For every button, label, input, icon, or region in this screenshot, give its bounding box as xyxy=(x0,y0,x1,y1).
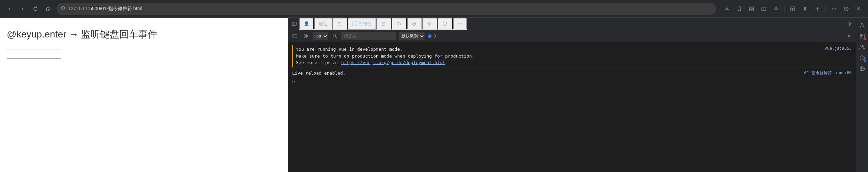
more-menu-button[interactable] xyxy=(828,3,839,14)
devtools-side-icons xyxy=(856,18,868,172)
side-icon-globe[interactable] xyxy=(857,64,867,74)
close-button[interactable] xyxy=(853,3,864,14)
log-entry-live-reload: Live reload enabled. 01-指令修饰符.html:60 xyxy=(292,69,852,78)
devtools-tabs: 👤 欢迎 控制台 xyxy=(288,18,856,30)
home-button[interactable] xyxy=(43,3,54,14)
toolbar-right: V ? xyxy=(722,3,864,14)
svg-rect-3 xyxy=(749,7,751,9)
svg-point-17 xyxy=(835,8,836,9)
log-source-1[interactable]: vue.js:9353 xyxy=(825,46,852,51)
tab-settings[interactable] xyxy=(422,18,438,30)
svg-line-39 xyxy=(335,37,337,38)
favorites-button[interactable] xyxy=(771,3,782,14)
puzzle-dot xyxy=(864,37,866,40)
log-source-live-reload[interactable]: 01-指令修饰符.html:60 xyxy=(804,70,852,76)
svg-point-2 xyxy=(726,7,728,9)
svg-point-32 xyxy=(849,23,851,25)
side-icon-puzzle[interactable] xyxy=(857,31,867,41)
console-prompt[interactable]: > xyxy=(292,77,852,85)
page-title: @keyup.enter → 监听键盘回车事件 xyxy=(7,28,281,41)
message-badge: ! 3 xyxy=(427,34,436,38)
svg-rect-9 xyxy=(791,7,795,11)
side-icon-clock[interactable] xyxy=(857,53,867,63)
tab-welcome-text[interactable]: 欢迎 xyxy=(314,18,332,30)
console-settings-button[interactable] xyxy=(845,32,853,40)
svg-point-26 xyxy=(398,24,399,25)
forward-button[interactable] xyxy=(17,3,28,14)
svg-rect-24 xyxy=(353,22,357,26)
level-dropdown[interactable]: 默认级别 xyxy=(399,32,425,40)
enter-input[interactable] xyxy=(7,49,61,59)
prompt-chevron: > xyxy=(292,79,295,84)
svg-point-31 xyxy=(461,23,462,24)
context-dropdown[interactable]: top xyxy=(313,32,328,40)
reload-button[interactable] xyxy=(30,3,41,14)
svg-point-28 xyxy=(429,23,430,25)
filter-search-icon[interactable] xyxy=(331,32,339,40)
svg-rect-44 xyxy=(860,34,864,38)
log-text-live-reload: Live reload enabled. xyxy=(292,70,804,77)
log-text-1: You are running Vue in development mode. xyxy=(296,46,822,53)
tab-security[interactable] xyxy=(438,18,453,30)
tab-welcome-label: 👤 xyxy=(304,21,309,26)
back-button[interactable] xyxy=(4,3,15,14)
svg-point-46 xyxy=(862,45,864,47)
svg-point-15 xyxy=(832,8,833,9)
side-icon-person[interactable] xyxy=(857,20,867,30)
devtools-settings-button[interactable] xyxy=(845,19,854,29)
address-text: 127.0.0.1:5500/01-指令修饰符.html xyxy=(68,6,712,12)
extensions-button[interactable] xyxy=(746,3,757,14)
console-toolbar: top 默认级别 ! 3 xyxy=(288,30,856,42)
bookmark-button[interactable] xyxy=(734,3,745,14)
add-tab-button[interactable] xyxy=(812,3,823,14)
devtools-sidebar-toggle[interactable] xyxy=(289,19,299,29)
main-area: @keyup.enter → 监听键盘回车事件 👤 欢迎 xyxy=(0,18,868,172)
svg-point-29 xyxy=(458,23,459,24)
green-button[interactable]: V xyxy=(800,3,810,14)
collections-button[interactable] xyxy=(787,3,798,14)
profile-button[interactable] xyxy=(722,3,732,14)
separator2 xyxy=(825,5,826,12)
url-protocol: 127.0.0.1: xyxy=(68,6,89,11)
side-icon-people[interactable] xyxy=(857,42,867,52)
svg-rect-7 xyxy=(762,7,766,11)
separator xyxy=(784,5,785,12)
svg-point-42 xyxy=(848,35,850,37)
svg-rect-4 xyxy=(752,7,754,9)
nav-buttons xyxy=(4,3,54,14)
svg-point-38 xyxy=(333,34,336,37)
vue-link[interactable]: https://vuejs.org/guide/deployment.html xyxy=(341,60,445,65)
console-content: You are running Vue in development mode.… xyxy=(288,42,856,172)
address-bar[interactable]: i 127.0.0.1:5500/01-指令修饰符.html xyxy=(57,3,716,15)
url-path: 5500/01-指令修饰符.html xyxy=(89,6,142,11)
log-entry-1: You are running Vue in development mode.… xyxy=(292,45,852,67)
help-button[interactable]: ? xyxy=(841,3,852,14)
log-text-3: See more tips at https://vuejs.org/guide… xyxy=(296,59,822,66)
svg-text:!: ! xyxy=(429,35,430,38)
tab-console-label: 控制台 xyxy=(358,21,372,27)
tab-sources[interactable] xyxy=(376,18,392,30)
webpage-viewport: @keyup.enter → 监听键盘回车事件 xyxy=(0,18,288,172)
browser-window: i 127.0.0.1:5500/01-指令修饰符.html xyxy=(0,0,868,172)
svg-point-30 xyxy=(460,23,461,24)
filter-input[interactable] xyxy=(342,32,396,40)
console-sidebar-button[interactable] xyxy=(291,32,299,40)
svg-point-45 xyxy=(861,45,862,47)
tab-performance[interactable] xyxy=(407,18,422,30)
svg-rect-5 xyxy=(749,9,751,11)
clear-console-button[interactable] xyxy=(302,32,310,40)
tab-more[interactable] xyxy=(453,18,467,30)
log-text-2: Make sure to turn on production mode whe… xyxy=(296,53,822,60)
tab-network[interactable] xyxy=(392,18,407,30)
tab-welcome[interactable]: 👤 xyxy=(299,18,314,30)
tab-console[interactable]: 控制台 xyxy=(348,18,376,30)
sidebar-button[interactable] xyxy=(758,3,769,14)
title-bar: i 127.0.0.1:5500/01-指令修饰符.html xyxy=(0,0,868,18)
tab-elements[interactable] xyxy=(332,18,348,30)
svg-point-43 xyxy=(861,23,863,25)
svg-text:i: i xyxy=(63,7,63,10)
svg-rect-6 xyxy=(752,9,754,11)
svg-point-16 xyxy=(834,8,835,9)
devtools-panel: 👤 欢迎 控制台 xyxy=(288,18,856,172)
svg-rect-22 xyxy=(292,22,296,26)
